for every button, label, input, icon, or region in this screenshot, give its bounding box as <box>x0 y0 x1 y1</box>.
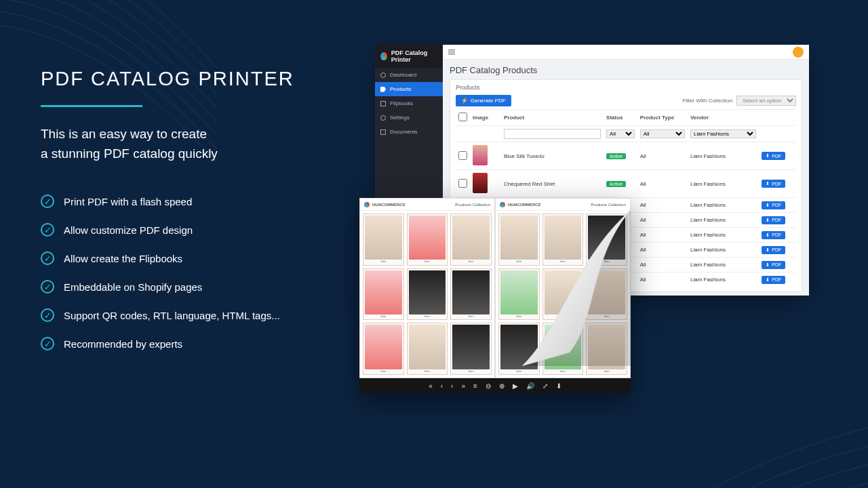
col-vendor: Vendor <box>688 110 759 126</box>
card-header: Products <box>456 84 796 91</box>
page-title: PDF CATALOG PRINTER <box>41 68 353 90</box>
doc-icon <box>380 129 386 135</box>
subtitle-line2: a stunning PDF catalog quickly <box>41 146 218 161</box>
flipbook-spread: HUNCOMMERCE Products Collection Item Ite… <box>359 198 631 378</box>
flip-page-label: Products Collection <box>455 203 490 207</box>
catalog-tile: Item <box>407 214 448 266</box>
sidebar-item-settings[interactable]: Settings <box>375 110 443 125</box>
sidebar-item-flipbooks[interactable]: Flipbooks <box>375 96 443 110</box>
catalog-tile: Item <box>407 268 448 321</box>
sidebar-item-products[interactable]: Products <box>375 82 443 96</box>
book-icon <box>380 101 386 106</box>
catalog-tile: Item <box>407 323 448 375</box>
catalog-tile: Item <box>586 214 627 266</box>
product-type: All <box>637 142 688 170</box>
last-page-icon[interactable]: » <box>461 382 465 390</box>
topbar <box>443 45 809 60</box>
check-icon <box>41 280 54 293</box>
catalog-tile: Item <box>542 323 584 375</box>
row-pdf-button[interactable]: PDF <box>762 276 785 284</box>
row-pdf-button[interactable]: PDF <box>762 216 785 224</box>
product-name: Chequered Red Shirt <box>501 170 604 198</box>
bolt-icon: ⚡ <box>461 98 468 104</box>
notification-icon[interactable] <box>793 47 804 58</box>
col-status: Status <box>604 110 637 126</box>
row-pdf-button[interactable]: PDF <box>762 180 785 188</box>
catalog-tile: Item <box>363 323 404 375</box>
row-pdf-button[interactable]: PDF <box>762 152 785 160</box>
check-icon <box>41 251 54 265</box>
list-item: Support QR codes, RTL language, HTML tag… <box>41 308 353 322</box>
catalog-tile: Item <box>450 323 492 375</box>
row-pdf-button[interactable]: PDF <box>762 201 785 209</box>
flipbook-right-page: HUNCOMMERCE Products Collection Item Ite… <box>495 198 631 378</box>
flip-page-label: Products Collection <box>591 203 626 207</box>
product-name: Blue Silk Tuxedo <box>501 142 604 170</box>
menu-icon[interactable] <box>448 49 455 55</box>
list-item: Allow create the Flipbooks <box>41 251 353 265</box>
toc-icon[interactable]: ≡ <box>473 382 477 390</box>
fullscreen-icon[interactable]: ⤢ <box>542 382 548 390</box>
flip-brand: HUNCOMMERCE <box>372 203 406 207</box>
catalog-tile: Item <box>586 268 627 321</box>
catalog-tile: Item <box>363 214 404 266</box>
catalog-tile: Item <box>363 268 404 321</box>
gauge-icon <box>380 73 386 78</box>
list-item: Embeddable on Shopify pages <box>41 280 353 293</box>
marketing-panel: PDF CATALOG PRINTER This is an easy way … <box>41 68 353 365</box>
sound-icon[interactable]: 🔊 <box>526 382 534 390</box>
section-title: PDF Catalog Products <box>450 65 802 75</box>
next-page-icon[interactable]: › <box>451 382 453 390</box>
status-filter[interactable]: All <box>606 129 635 138</box>
first-page-icon[interactable]: « <box>429 382 433 390</box>
flipbook-controls: « ‹ › » ≡ ⊖ ⊕ ▶ 🔊 ⤢ ⬇ <box>359 378 631 393</box>
brand-logo-icon <box>500 202 505 207</box>
catalog-tile: Item <box>450 268 492 321</box>
generate-pdf-button[interactable]: ⚡ Generate PDF <box>456 95 511 106</box>
col-type: Product Type <box>637 110 688 126</box>
catalog-tile: Item <box>498 268 540 321</box>
play-icon[interactable]: ▶ <box>513 382 518 390</box>
list-item: Print PDF with a flash speed <box>41 195 353 208</box>
zoom-in-icon[interactable]: ⊕ <box>499 382 505 390</box>
catalog-tile: Item <box>498 323 540 375</box>
row-pdf-button[interactable]: PDF <box>762 261 785 269</box>
row-pdf-button[interactable]: PDF <box>762 231 785 239</box>
row-pdf-button[interactable]: PDF <box>762 246 785 254</box>
vendor-name: Liam Fashions <box>688 142 759 170</box>
product-search-input[interactable] <box>504 129 601 139</box>
collection-select[interactable]: Select an option <box>736 96 796 106</box>
sidebar-item-dashboard[interactable]: Dashboard <box>375 68 443 82</box>
brand-logo-icon <box>364 202 370 207</box>
brand-logo-icon <box>380 52 387 60</box>
feature-list: Print PDF with a flash speed Allow custo… <box>41 195 353 350</box>
download-icon[interactable]: ⬇ <box>556 382 561 390</box>
row-checkbox[interactable] <box>458 151 467 160</box>
filter-label: Filter With Collection: <box>682 98 734 104</box>
vendor-name: Liam Fashions <box>688 170 759 198</box>
vendor-filter[interactable]: Liam Fashions <box>690 129 756 138</box>
catalog-tile: Item <box>498 214 540 266</box>
product-thumb <box>473 145 488 165</box>
row-checkbox[interactable] <box>458 179 467 188</box>
flip-brand: HUNCOMMERCE <box>508 203 541 207</box>
subtitle: This is an easy way to create a stunning… <box>41 125 353 163</box>
table-row: Blue Silk Tuxedo Active All Liam Fashion… <box>456 142 796 170</box>
flipbook-left-page: HUNCOMMERCE Products Collection Item Ite… <box>359 198 495 378</box>
check-icon <box>41 223 54 237</box>
table-row: Chequered Red Shirt Active All Liam Fash… <box>456 170 796 198</box>
sidebar-item-documents[interactable]: Documents <box>375 125 443 139</box>
status-badge: Active <box>606 153 626 159</box>
catalog-tile: Item <box>586 323 627 375</box>
col-image: Image <box>470 110 501 126</box>
flipbook-preview: HUNCOMMERCE Products Collection Item Ite… <box>359 198 631 393</box>
subtitle-line1: This is an easy way to create <box>41 127 207 141</box>
select-all-checkbox[interactable] <box>458 113 467 121</box>
tag-icon <box>380 87 386 92</box>
gear-icon <box>380 115 386 121</box>
list-item: Recommended by experts <box>41 337 353 350</box>
title-underline <box>41 105 142 107</box>
type-filter[interactable]: All <box>640 129 685 138</box>
prev-page-icon[interactable]: ‹ <box>441 382 443 390</box>
zoom-out-icon[interactable]: ⊖ <box>486 382 491 390</box>
